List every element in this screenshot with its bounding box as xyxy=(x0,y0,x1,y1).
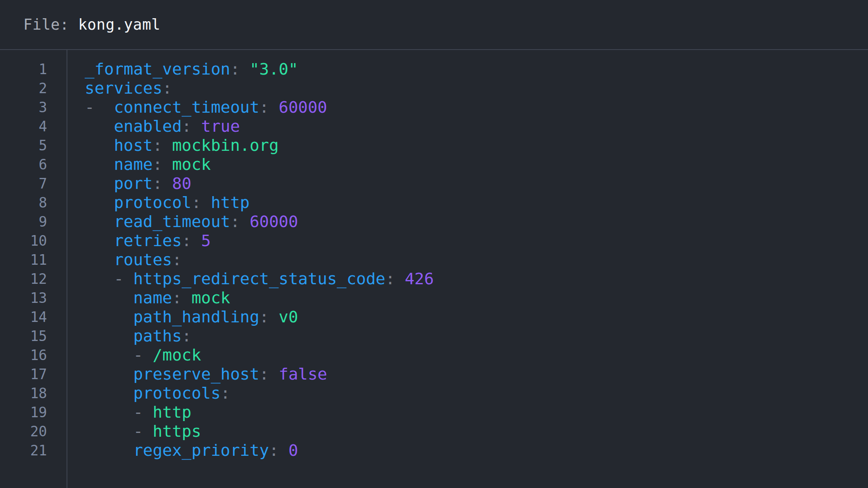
token-number: 5 xyxy=(201,231,211,250)
token-key: regex_priority xyxy=(133,441,269,460)
code-line: - /mock xyxy=(85,346,868,365)
token-punct: : xyxy=(153,174,172,193)
token-key: enabled xyxy=(114,117,182,136)
token-number: 80 xyxy=(172,174,192,193)
token-boolean: true xyxy=(201,117,240,136)
code-line: retries: 5 xyxy=(85,231,868,250)
token-punct xyxy=(85,327,133,345)
token-key: services xyxy=(85,79,162,97)
token-punct: : xyxy=(230,60,250,78)
code-line: enabled: true xyxy=(85,117,868,136)
token-key: name xyxy=(133,288,172,307)
token-punct: : xyxy=(153,155,172,174)
token-punct xyxy=(85,212,114,231)
line-number: 15 xyxy=(0,327,67,346)
token-key: retries xyxy=(114,231,182,250)
code-line: name: mock xyxy=(85,155,868,174)
line-number: 21 xyxy=(0,441,67,460)
token-boolean: false xyxy=(279,365,327,383)
line-number: 8 xyxy=(0,193,67,212)
line-number: 18 xyxy=(0,384,67,403)
code-content: _format_version: "3.0"services:- connect… xyxy=(67,50,868,488)
line-number: 16 xyxy=(0,346,67,365)
token-key: path_handling xyxy=(133,308,259,326)
token-key: preserve_host xyxy=(133,365,259,383)
token-punct: : xyxy=(153,136,172,155)
token-key: https_redirect_status_code xyxy=(133,269,385,288)
token-punct: - xyxy=(85,346,153,364)
token-punct xyxy=(85,384,133,402)
token-punct xyxy=(85,193,114,212)
code-line: port: 80 xyxy=(85,174,868,193)
token-key: name xyxy=(114,155,153,174)
code-line: paths: xyxy=(85,327,868,346)
code-line: protocols: xyxy=(85,384,868,403)
line-number: 19 xyxy=(0,403,67,422)
line-number: 3 xyxy=(0,98,67,117)
token-number: 426 xyxy=(405,269,434,288)
token-string: mock xyxy=(192,288,231,307)
line-number: 10 xyxy=(0,231,67,250)
code-line: preserve_host: false xyxy=(85,365,868,384)
line-number: 7 xyxy=(0,174,67,193)
code-line: - https_redirect_status_code: 426 xyxy=(85,269,868,288)
token-punct: : xyxy=(172,250,182,269)
token-punct: : xyxy=(182,117,201,136)
token-punct: : xyxy=(192,193,211,212)
line-number: 1 xyxy=(0,60,67,79)
line-number: 14 xyxy=(0,308,67,327)
file-header: File: kong.yaml xyxy=(0,0,868,50)
token-punct: - xyxy=(85,269,133,288)
line-number: 6 xyxy=(0,155,67,174)
token-punct xyxy=(85,441,133,460)
line-number: 13 xyxy=(0,288,67,308)
token-punct: - xyxy=(85,403,153,421)
token-key: read_timeout xyxy=(114,212,231,231)
token-number: 60000 xyxy=(279,98,327,116)
code-line: path_handling: v0 xyxy=(85,308,868,327)
code-line: host: mockbin.org xyxy=(85,136,868,155)
token-string: http xyxy=(153,403,192,421)
file-viewer-window: File: kong.yaml 123456789101112131415161… xyxy=(0,0,868,488)
token-punct: : xyxy=(259,308,279,326)
token-punct xyxy=(85,231,114,250)
line-number: 17 xyxy=(0,365,67,384)
code-line: - http xyxy=(85,403,868,422)
code-line: name: mock xyxy=(85,288,868,308)
token-punct xyxy=(85,288,133,307)
code-line: _format_version: "3.0" xyxy=(85,60,868,79)
token-punct: : xyxy=(385,269,405,288)
code-line: read_timeout: 60000 xyxy=(85,212,868,231)
token-plain: http xyxy=(211,193,250,212)
token-punct: : xyxy=(172,288,192,307)
token-punct: - xyxy=(85,422,153,441)
token-key: host xyxy=(114,136,153,155)
token-key: paths xyxy=(133,327,181,345)
token-string: mockbin.org xyxy=(172,136,279,155)
line-number: 11 xyxy=(0,250,67,269)
line-number: 20 xyxy=(0,422,67,441)
token-punct xyxy=(85,308,133,326)
token-punct xyxy=(85,117,114,136)
token-punct xyxy=(85,174,114,193)
code-line: regex_priority: 0 xyxy=(85,441,868,460)
token-punct xyxy=(85,250,114,269)
token-key: port xyxy=(114,174,153,193)
line-number: 9 xyxy=(0,212,67,231)
code-line: - https xyxy=(85,422,868,441)
token-key: protocol xyxy=(114,193,192,212)
token-punct: : xyxy=(269,441,289,460)
token-string: v0 xyxy=(279,308,298,326)
token-punct: : xyxy=(259,365,279,383)
line-number: 12 xyxy=(0,269,67,288)
token-punct xyxy=(85,136,114,155)
token-punct: : xyxy=(162,79,172,97)
line-number: 5 xyxy=(0,136,67,155)
token-punct: : xyxy=(182,327,192,345)
token-key: protocols xyxy=(133,384,220,402)
code-line: services: xyxy=(85,79,868,98)
token-string: mock xyxy=(172,155,211,174)
token-key: routes xyxy=(114,250,172,269)
token-string: /mock xyxy=(153,346,201,364)
token-punct: : xyxy=(220,384,230,402)
